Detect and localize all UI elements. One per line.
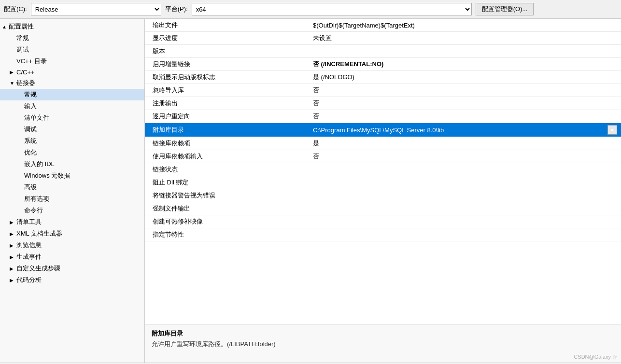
- prop-row-additional-lib-dirs[interactable]: 附加库目录C:\Program Files\MySQL\MySQL Server…: [145, 123, 621, 137]
- prop-name-create-hotpatch-image: 创建可热修补映像: [145, 215, 309, 228]
- tree-arrow-xml-doc: ▶: [10, 231, 16, 237]
- tree-arrow-code-analysis: ▶: [10, 278, 16, 283]
- tree-item-linker-manifest[interactable]: 清单文件: [0, 112, 144, 124]
- prop-name-suppress-startup-banner: 取消显示启动版权标志: [145, 71, 309, 84]
- tree-item-build-events[interactable]: ▶生成事件: [0, 251, 144, 263]
- prop-name-link-library-deps: 链接库依赖项: [145, 137, 309, 150]
- prop-name-register-output: 注册输出: [145, 97, 309, 110]
- tree-label-manifest-tool: 清单工具: [16, 218, 141, 226]
- main-layout: ▲配置属性常规调试VC++ 目录▶C/C++▼链接器常规输入清单文件调试系统优化…: [0, 19, 621, 363]
- prop-row-ignore-import-lib[interactable]: 忽略导入库否: [145, 84, 621, 97]
- config-mgr-button[interactable]: 配置管理器(O)...: [476, 3, 534, 15]
- prop-value-prevent-dll-binding: [309, 176, 621, 189]
- prop-row-force-file-output[interactable]: 强制文件输出: [145, 202, 621, 215]
- tree-item-xml-doc[interactable]: ▶XML 文档生成器: [0, 228, 144, 239]
- prop-value-text-additional-lib-dirs: C:\Program Files\MySQL\MySQL Server 8.0\…: [313, 126, 444, 134]
- prop-name-per-user-redirect: 逐用户重定向: [145, 110, 309, 123]
- top-bar: 配置(C): Release 平台(P): x64 配置管理器(O)...: [0, 0, 621, 19]
- prop-value-output-file: $(OutDir)$(TargetName)$(TargetExt): [309, 19, 621, 32]
- prop-row-output-file[interactable]: 输出文件$(OutDir)$(TargetName)$(TargetExt): [145, 19, 621, 32]
- tree-item-custom-build[interactable]: ▶自定义生成步骤: [0, 263, 144, 274]
- properties-table: 输出文件$(OutDir)$(TargetName)$(TargetExt)显示…: [145, 19, 621, 324]
- tree-item-manifest-tool[interactable]: ▶清单工具: [0, 216, 144, 228]
- prop-value-register-output: 否: [309, 97, 621, 110]
- tree-label-linker-advanced: 高级: [24, 183, 141, 192]
- prop-row-suppress-startup-banner[interactable]: 取消显示启动版权标志是 (/NOLOGO): [145, 71, 621, 84]
- tree-item-linker-input[interactable]: 输入: [0, 100, 144, 112]
- tree-label-linker-common: 常规: [24, 90, 141, 99]
- prop-name-specify-section-attributes: 指定节特性: [145, 228, 309, 241]
- tree-item-cpp[interactable]: ▶C/C++: [0, 67, 144, 77]
- tree-item-linker-advanced[interactable]: 高级: [0, 182, 144, 193]
- tree-label-xml-doc: XML 文档生成器: [16, 229, 141, 238]
- tree-item-linker-debug[interactable]: 调试: [0, 124, 144, 135]
- tree-item-vcpp-dir[interactable]: VC++ 目录: [0, 56, 144, 67]
- prop-value-specify-section-attributes: [309, 228, 621, 241]
- prop-value-treat-linker-warnings: [309, 189, 621, 202]
- tree-label-debug: 调试: [16, 45, 141, 54]
- tree-label-build-events: 生成事件: [16, 252, 141, 261]
- right-panel: 输出文件$(OutDir)$(TargetName)$(TargetExt)显示…: [145, 19, 621, 363]
- left-panel: ▲配置属性常规调试VC++ 目录▶C/C++▼链接器常规输入清单文件调试系统优化…: [0, 19, 145, 363]
- description-area: 附加库目录 允许用户重写环境库路径。(/LIBPATH:folder): [145, 324, 621, 363]
- description-text: 允许用户重写环境库路径。(/LIBPATH:folder): [152, 340, 614, 349]
- prop-value-per-user-redirect: 否: [309, 110, 621, 123]
- tree-item-linker-cmdline[interactable]: 命令行: [0, 205, 144, 216]
- tree-item-linker-common[interactable]: 常规: [0, 89, 144, 100]
- tree-label-browse-info: 浏览信息: [16, 241, 141, 250]
- tree-item-linker[interactable]: ▼链接器: [0, 77, 144, 89]
- prop-row-use-library-dep-inputs[interactable]: 使用库依赖项输入否: [145, 150, 621, 163]
- prop-value-enable-incremental: 否 (/INCREMENTAL:NO): [309, 58, 621, 71]
- tree-label-code-analysis: 代码分析: [16, 276, 141, 284]
- prop-name-version: 版本: [145, 45, 309, 58]
- tree-item-common[interactable]: 常规: [0, 32, 144, 44]
- tree-item-linker-windows-meta[interactable]: Windows 元数据: [0, 170, 144, 182]
- prop-value-link-status: [309, 163, 621, 176]
- prop-name-enable-incremental: 启用增量链接: [145, 58, 309, 71]
- tree-item-linker-system[interactable]: 系统: [0, 135, 144, 147]
- tree-label-config-props: 配置属性: [9, 22, 141, 31]
- tree-label-custom-build: 自定义生成步骤: [16, 264, 141, 273]
- prop-row-link-status[interactable]: 链接状态: [145, 163, 621, 176]
- prop-name-ignore-import-lib: 忽略导入库: [145, 84, 309, 97]
- prop-name-prevent-dll-binding: 阻止 Dll 绑定: [145, 176, 309, 189]
- prop-dropdown-arrow-additional-lib-dirs[interactable]: ▼: [607, 125, 617, 135]
- prop-row-prevent-dll-binding[interactable]: 阻止 Dll 绑定: [145, 176, 621, 189]
- prop-value-suppress-startup-banner: 是 (/NOLOGO): [309, 71, 621, 84]
- tree-label-linker-cmdline: 命令行: [24, 206, 141, 215]
- tree-arrow-linker: ▼: [10, 81, 16, 86]
- prop-name-link-status: 链接状态: [145, 163, 309, 176]
- tree-label-linker-system: 系统: [24, 137, 141, 145]
- tree-label-common: 常规: [16, 34, 141, 42]
- prop-value-additional-lib-dirs: C:\Program Files\MySQL\MySQL Server 8.0\…: [309, 123, 621, 137]
- tree-item-config-props[interactable]: ▲配置属性: [0, 21, 144, 32]
- prop-row-specify-section-attributes[interactable]: 指定节特性: [145, 228, 621, 241]
- tree-arrow-browse-info: ▶: [10, 243, 16, 248]
- config-select[interactable]: Release: [31, 3, 161, 15]
- tree-arrow-config-props: ▲: [2, 24, 9, 29]
- tree-arrow-manifest-tool: ▶: [10, 220, 16, 225]
- tree-label-linker: 链接器: [16, 79, 141, 87]
- tree-item-browse-info[interactable]: ▶浏览信息: [0, 239, 144, 251]
- prop-name-output-file: 输出文件: [145, 19, 309, 32]
- prop-row-show-progress[interactable]: 显示进度未设置: [145, 32, 621, 45]
- prop-row-enable-incremental[interactable]: 启用增量链接否 (/INCREMENTAL:NO): [145, 58, 621, 71]
- platform-label: 平台(P):: [165, 5, 188, 14]
- description-title: 附加库目录: [152, 329, 614, 338]
- tree-item-debug[interactable]: 调试: [0, 44, 144, 56]
- tree-item-linker-all-options[interactable]: 所有选项: [0, 193, 144, 205]
- platform-select[interactable]: x64: [192, 3, 472, 15]
- prop-row-create-hotpatch-image[interactable]: 创建可热修补映像: [145, 215, 621, 228]
- prop-row-link-library-deps[interactable]: 链接库依赖项是: [145, 137, 621, 150]
- tree-item-linker-optimize[interactable]: 优化: [0, 147, 144, 158]
- config-label: 配置(C):: [4, 5, 27, 14]
- prop-row-per-user-redirect[interactable]: 逐用户重定向否: [145, 110, 621, 123]
- prop-row-treat-linker-warnings[interactable]: 将链接器警告视为错误: [145, 189, 621, 202]
- prop-row-register-output[interactable]: 注册输出否: [145, 97, 621, 110]
- tree-arrow-cpp: ▶: [10, 70, 16, 75]
- tree-item-linker-embedded-idl[interactable]: 嵌入的 IDL: [0, 158, 144, 170]
- prop-name-use-library-dep-inputs: 使用库依赖项输入: [145, 150, 309, 163]
- tree-item-code-analysis[interactable]: ▶代码分析: [0, 274, 144, 286]
- prop-row-version[interactable]: 版本: [145, 45, 621, 58]
- prop-value-ignore-import-lib: 否: [309, 84, 621, 97]
